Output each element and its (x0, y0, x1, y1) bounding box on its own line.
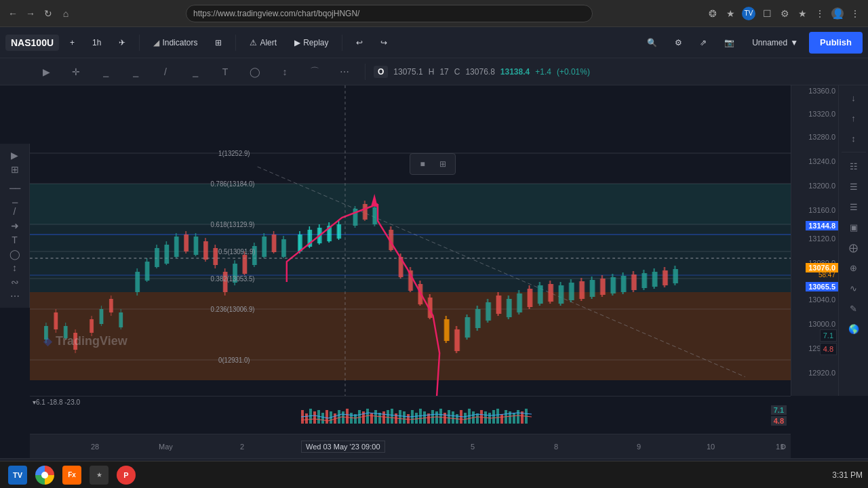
snapshot-btn[interactable]: 📷 (717, 33, 741, 53)
taskbar-chrome[interactable] (33, 464, 57, 486)
tool-predict[interactable]: ⋯ (3, 289, 27, 302)
svg-rect-115 (579, 281, 585, 299)
rt-grid[interactable]: ☷ (842, 157, 866, 176)
profile-icon[interactable]: 👤 (831, 7, 844, 20)
forward-btn[interactable]: → (24, 7, 37, 20)
settings-chart-btn[interactable]: ⚙ (668, 33, 689, 53)
tool-arrow[interactable]: ➜ (3, 220, 27, 232)
rt-globe[interactable]: 🌎 (842, 319, 866, 338)
svg-rect-183 (452, 411, 454, 424)
fullscreen-btn[interactable]: ⇗ (693, 33, 713, 53)
rt-1[interactable]: ↓ (842, 88, 866, 107)
svg-text:0.618(13129.9): 0.618(13129.9) (211, 221, 255, 228)
unnamed-btn[interactable]: Unnamed ▼ (745, 33, 805, 53)
date-8: 8 (554, 443, 558, 451)
taskbar-time: 3:31 PM (832, 470, 863, 480)
draw-trendline[interactable]: ⎯ (123, 62, 148, 81)
draw-text[interactable]: T (213, 62, 237, 81)
ext-icon6[interactable]: ★ (796, 7, 808, 20)
replay-btn[interactable]: ▶ Replay (288, 33, 335, 53)
rt-2[interactable]: ↑ (842, 108, 866, 127)
svg-rect-71 (337, 224, 342, 239)
svg-rect-91 (454, 329, 460, 351)
svg-rect-75 (363, 204, 368, 220)
tool-trendline[interactable]: ⎯ (3, 191, 27, 204)
replay-icon: ▶ (294, 38, 300, 47)
url-bar[interactable]: https://www.tradingview.com/chart/bqojHN… (186, 5, 593, 22)
timeframe-btn[interactable]: 1h (85, 33, 108, 53)
taskbar-fx[interactable]: Fx (60, 464, 84, 486)
rt-wave[interactable]: ∿ (842, 279, 866, 298)
tool-ray[interactable]: / (3, 205, 27, 218)
ext-icon5[interactable]: ⚙ (778, 7, 791, 20)
bar-style-icon: ✈ (119, 38, 125, 47)
rt-target[interactable]: ⨁ (842, 238, 866, 257)
rt-box[interactable]: ▣ (842, 218, 866, 237)
price-change: +1.4 (535, 67, 551, 77)
ext-icon7[interactable]: ⋮ (814, 7, 826, 20)
rt-3[interactable]: ↕ (842, 129, 866, 148)
price-change-pct: (+0.01%) (557, 67, 590, 77)
float-tool-1[interactable]: ■ (413, 155, 432, 173)
open-value: 13075.1 (393, 67, 422, 77)
ext-icon1[interactable]: ❂ (707, 7, 719, 20)
menu-icon[interactable]: ⋮ (849, 7, 861, 20)
taskbar-person[interactable]: P (114, 464, 138, 486)
publish-button[interactable]: Publish (809, 32, 863, 54)
layout-btn[interactable]: ⊞ (208, 33, 229, 53)
redo-btn[interactable]: ↪ (374, 33, 394, 53)
taskbar-app[interactable]: ★ (87, 464, 111, 486)
add-chart-btn[interactable]: + (63, 33, 81, 53)
tool-patterns[interactable]: ∾ (3, 276, 27, 289)
svg-rect-194 (496, 409, 499, 424)
chart-area[interactable]: 1(13252.9) 0.786(13184.0) 0.618(13129.9)… (30, 85, 791, 396)
refresh-btn[interactable]: ↻ (42, 7, 54, 20)
draw-more[interactable]: ⋯ (332, 62, 357, 81)
ext-icon2[interactable]: ★ (724, 7, 736, 20)
tool-measure[interactable]: ⊞ (3, 163, 27, 176)
draw-cross[interactable]: ✛ (64, 62, 88, 81)
taskbar: TV Fx ★ P 3:31 PM (0, 461, 868, 488)
tool-shapes[interactable]: ◯ (3, 247, 27, 260)
timescale-settings[interactable]: ⚙ (780, 442, 787, 451)
svg-rect-147 (305, 413, 308, 424)
home-btn[interactable]: ⌂ (60, 7, 72, 20)
alert-btn[interactable]: ⚠ Alert (243, 33, 283, 53)
tool-lines[interactable]: ⎯⎯ (3, 177, 27, 190)
undo-btn[interactable]: ↩ (349, 33, 370, 53)
tool-text[interactable]: T (3, 233, 27, 246)
tool-cursor[interactable]: ▶ (3, 149, 27, 162)
ind-val-2: 4.8 (823, 345, 833, 353)
svg-rect-149 (313, 411, 316, 424)
ext-icon4[interactable]: ☐ (761, 7, 773, 20)
svg-text:▾6.1 -18.8 -23.0: ▾6.1 -18.8 -23.0 (33, 399, 80, 406)
ind-badge-2: 4.8 (771, 416, 787, 426)
taskbar-tv[interactable]: TV (5, 464, 30, 486)
draw-hline[interactable]: ⎯ (94, 62, 118, 81)
svg-text:0.382(13053.5): 0.382(13053.5) (211, 275, 255, 283)
draw-cursor[interactable]: ▶ (34, 62, 58, 81)
rt-menu2[interactable]: ☰ (842, 197, 866, 216)
rt-plus[interactable]: ⊕ (842, 258, 866, 277)
symbol-label[interactable]: NAS100U (5, 35, 59, 51)
timeframe-label: 1h (92, 38, 101, 47)
rt-bell[interactable]: ✎ (842, 299, 866, 318)
price-13280: 13280.0 (808, 133, 835, 141)
draw-measure[interactable]: ↕ (273, 62, 297, 81)
bar-style-btn[interactable]: ✈ (112, 33, 132, 53)
search-btn[interactable]: 🔍 (640, 33, 664, 53)
draw-line[interactable]: ⎯ (183, 62, 208, 81)
tool-fib[interactable]: ↕ (3, 262, 27, 274)
svg-rect-29 (119, 312, 123, 327)
draw-ray[interactable]: / (153, 62, 178, 81)
svg-text:0.236(13006.9): 0.236(13006.9) (211, 306, 255, 313)
draw-arc[interactable]: ⌒ (302, 62, 327, 81)
draw-circle[interactable]: ◯ (243, 62, 267, 81)
svg-rect-121 (610, 277, 616, 293)
indicators-btn[interactable]: ◢ Indicators (146, 33, 204, 53)
taskbar-tv-icon: TV (8, 466, 27, 485)
rt-menu1[interactable]: ☰ (842, 177, 866, 196)
back-btn[interactable]: ← (7, 7, 19, 20)
ext-icon3[interactable]: TV (742, 7, 755, 20)
float-tool-2[interactable]: ⊞ (433, 155, 452, 173)
